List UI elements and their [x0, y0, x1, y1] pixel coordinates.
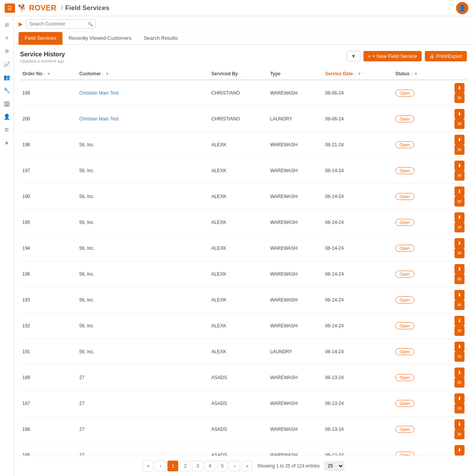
- cell-type: WAREWASH: [268, 313, 323, 339]
- filter-status-icon[interactable]: ▼: [414, 71, 418, 76]
- download-btn[interactable]: ⬇: [454, 186, 465, 196]
- download-btn[interactable]: ⬇: [454, 264, 465, 274]
- header-actions: ▼ + + New Field Service 🖨 Print/Export: [347, 51, 467, 61]
- cell-service-date: 06-14-24: [323, 158, 393, 184]
- cell-customer: 56, Inc.: [77, 313, 209, 339]
- cell-service-date: 06-12-24: [323, 442, 393, 456]
- page-2-btn[interactable]: 2: [180, 461, 191, 471]
- email-btn[interactable]: ✉: [454, 196, 465, 207]
- tab-search-results[interactable]: Search Results: [138, 32, 184, 45]
- email-btn[interactable]: ✉: [454, 248, 465, 258]
- page-3-btn[interactable]: 3: [192, 461, 203, 471]
- table-row: 194 56, Inc. ALEXK WAREWASH 06-14-24 Ope…: [20, 235, 467, 261]
- cell-status: Open: [393, 261, 440, 287]
- sidebar-icon-people[interactable]: 👥: [2, 72, 12, 83]
- sidebar-icon-grid[interactable]: ⊞: [2, 19, 12, 30]
- download-btn[interactable]: ⬇: [454, 109, 465, 119]
- email-btn[interactable]: ✉: [454, 119, 465, 129]
- page-size-select[interactable]: 25 50 100: [324, 461, 344, 471]
- sidebar-icon-tag[interactable]: ⊕: [2, 46, 12, 56]
- page-1-btn[interactable]: 1: [167, 461, 178, 471]
- customer-link[interactable]: Christian Main Test: [79, 116, 119, 122]
- page-4-btn[interactable]: 4: [204, 461, 215, 471]
- download-btn[interactable]: ⬇: [454, 83, 465, 93]
- download-btn[interactable]: ⬇: [454, 212, 465, 222]
- global-filter-button[interactable]: ▼: [347, 51, 360, 61]
- filter-service-date-icon[interactable]: ▼: [357, 71, 362, 76]
- email-btn[interactable]: ✉: [454, 93, 465, 103]
- download-btn[interactable]: ⬇: [454, 342, 465, 352]
- page-next-btn[interactable]: ›: [229, 461, 240, 471]
- email-btn[interactable]: ✉: [454, 274, 465, 284]
- download-btn[interactable]: ⬇: [454, 368, 465, 378]
- email-btn[interactable]: ✉: [454, 145, 465, 155]
- cell-actions: ⬇ ✉: [440, 261, 467, 287]
- cell-type: WAREWASH: [268, 391, 323, 417]
- hamburger-menu[interactable]: ☰: [5, 3, 15, 13]
- cell-type: WAREWASH: [268, 261, 323, 287]
- tab-recently-viewed[interactable]: Recently Viewed Customers: [63, 32, 138, 45]
- sidebar-icon-wrench[interactable]: 🔧: [2, 85, 12, 96]
- cell-customer: 27: [77, 442, 209, 456]
- sidebar-icon-settings[interactable]: ⚙: [2, 124, 12, 135]
- cell-type: WAREWASH: [268, 80, 323, 106]
- page-prev-btn[interactable]: ‹: [155, 461, 166, 471]
- cell-service-date: 06-14-24: [323, 313, 393, 339]
- sort-status-icon[interactable]: ↕: [410, 72, 412, 76]
- cell-customer: Christian Main Test: [77, 80, 209, 106]
- cell-serviced-by: ALEXK: [209, 235, 268, 261]
- main-panel: Service History Updated a moment ago ▼ +…: [14, 45, 473, 456]
- page-5-btn[interactable]: 5: [217, 461, 228, 471]
- customer-link[interactable]: Christian Main Test: [79, 90, 119, 96]
- filter-order-no-icon[interactable]: ▼: [47, 71, 51, 76]
- download-btn[interactable]: ⬇: [454, 393, 465, 403]
- download-btn[interactable]: ⬇: [454, 161, 465, 171]
- table-row: 199 Christian Main Test CHRISTIANO WAREW…: [20, 80, 467, 106]
- cell-type: WAREWASH: [268, 365, 323, 391]
- email-btn[interactable]: ✉: [454, 378, 465, 388]
- cell-type: WAREWASH: [268, 184, 323, 210]
- download-btn[interactable]: ⬇: [454, 316, 465, 326]
- sidebar-icon-chart[interactable]: 📈: [2, 59, 12, 69]
- download-btn[interactable]: ⬇: [454, 445, 465, 455]
- email-btn[interactable]: ✉: [454, 326, 465, 336]
- page-last-btn[interactable]: »: [242, 461, 252, 471]
- download-btn[interactable]: ⬇: [454, 238, 465, 248]
- cell-status: Open: [393, 158, 440, 184]
- email-btn[interactable]: ✉: [454, 352, 465, 362]
- cell-status: Open: [393, 313, 440, 339]
- sort-serviced-by-icon[interactable]: ↕: [239, 72, 241, 76]
- sort-customer-icon[interactable]: ↕: [102, 72, 104, 76]
- email-btn[interactable]: ✉: [454, 403, 465, 413]
- new-field-service-button[interactable]: + + New Field Service: [363, 51, 422, 61]
- download-btn[interactable]: ⬇: [454, 290, 465, 300]
- sidebar-icon-person[interactable]: 👤: [2, 111, 12, 122]
- print-export-button[interactable]: 🖨 Print/Export: [425, 51, 467, 61]
- table-row: 195 56, Inc. ALEXK WAREWASH 06-14-24 Ope…: [20, 210, 467, 235]
- th-actions: [440, 68, 467, 80]
- filter-customer-icon[interactable]: ▼: [105, 71, 110, 76]
- tab-field-services[interactable]: Field Services: [19, 32, 63, 45]
- sort-service-date-icon[interactable]: ↓: [354, 72, 356, 76]
- sidebar: ⊞ ≡ ⊕ 📈 👥 🔧 🏢 👤 ⚙ ★: [0, 16, 14, 476]
- th-order-no: Order No ↕ ▼: [20, 68, 77, 80]
- status-badge: Open: [395, 167, 414, 174]
- user-avatar[interactable]: 👤: [456, 2, 468, 14]
- search-toggle-btn[interactable]: ▶: [19, 21, 23, 27]
- service-history-title: Service History: [20, 51, 65, 58]
- email-btn[interactable]: ✉: [454, 300, 465, 310]
- cell-serviced-by: ASADS: [209, 417, 268, 442]
- sort-order-no-icon[interactable]: ↕: [44, 72, 46, 76]
- page-first-btn[interactable]: «: [143, 461, 154, 471]
- email-btn[interactable]: ✉: [454, 429, 465, 439]
- download-btn[interactable]: ⬇: [454, 419, 465, 429]
- sidebar-icon-star[interactable]: ★: [2, 137, 12, 148]
- download-btn[interactable]: ⬇: [454, 135, 465, 145]
- sidebar-icon-building[interactable]: 🏢: [2, 98, 12, 109]
- cell-serviced-by: ALEXK: [209, 261, 268, 287]
- cell-status: Open: [393, 417, 440, 442]
- sidebar-icon-list[interactable]: ≡: [2, 32, 12, 43]
- email-btn[interactable]: ✉: [454, 171, 465, 181]
- email-btn[interactable]: ✉: [454, 222, 465, 232]
- search-customer-input[interactable]: [26, 19, 95, 29]
